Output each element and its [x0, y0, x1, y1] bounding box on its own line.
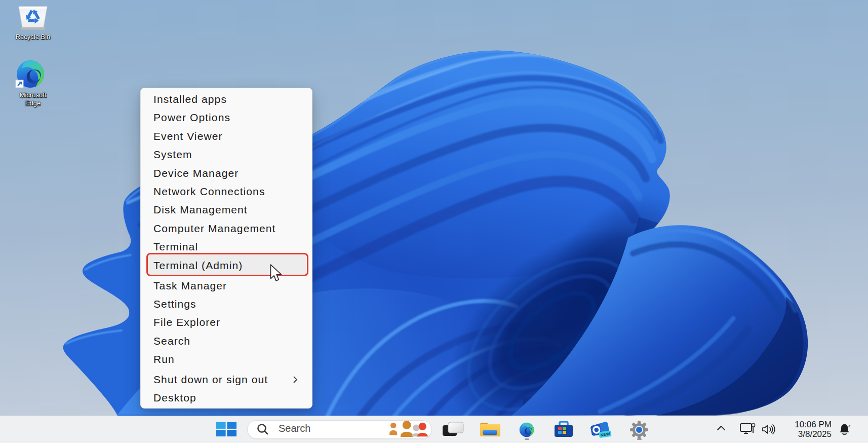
svg-text:z: z [848, 423, 851, 428]
